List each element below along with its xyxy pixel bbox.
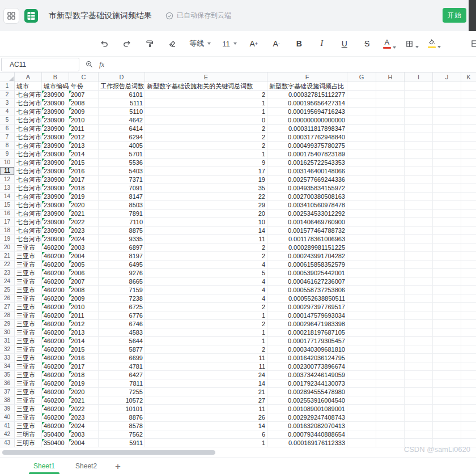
cell-B23[interactable]: 460200 bbox=[42, 269, 69, 277]
cell-I17[interactable] bbox=[405, 218, 433, 227]
cell-A4[interactable]: 七台河市 bbox=[15, 108, 42, 116]
row-header-43[interactable]: 43 bbox=[0, 439, 15, 447]
zoom-search-button[interactable] bbox=[85, 60, 94, 69]
cell-I37[interactable] bbox=[405, 388, 433, 396]
cell-H31[interactable] bbox=[376, 337, 405, 345]
cell-G34[interactable] bbox=[347, 362, 376, 371]
cell-G10[interactable] bbox=[347, 159, 376, 167]
fill-color-button[interactable] bbox=[428, 39, 441, 48]
cell-F12[interactable]: 0.002577669244336 bbox=[267, 176, 347, 184]
cell-J1[interactable] bbox=[433, 82, 461, 91]
cell-G2[interactable] bbox=[347, 91, 376, 99]
cell-J2[interactable] bbox=[433, 91, 461, 99]
cell-I32[interactable] bbox=[405, 345, 433, 354]
row-header-21[interactable]: 21 bbox=[0, 252, 15, 261]
cell-D13[interactable]: 7091 bbox=[99, 184, 145, 193]
row-header-34[interactable]: 34 bbox=[0, 362, 15, 371]
cell-I2[interactable] bbox=[405, 91, 433, 99]
cell-C19[interactable]: 2024 bbox=[69, 235, 99, 244]
cell-D15[interactable]: 8503 bbox=[99, 201, 145, 210]
cell-E14[interactable]: 22 bbox=[145, 193, 267, 201]
row-header-41[interactable]: 41 bbox=[0, 422, 15, 430]
cell-I3[interactable] bbox=[405, 99, 433, 108]
row-header-13[interactable]: 13 bbox=[0, 184, 15, 193]
cell-H6[interactable] bbox=[376, 125, 405, 133]
cell-I11[interactable] bbox=[405, 167, 433, 176]
cell-K25[interactable] bbox=[461, 286, 476, 294]
cell-A14[interactable]: 七台河市 bbox=[15, 193, 42, 201]
cell-F36[interactable]: 0.001792344130073 bbox=[267, 379, 347, 388]
cell-E19[interactable]: 11 bbox=[145, 235, 267, 244]
cell-I28[interactable] bbox=[405, 311, 433, 320]
cell-K11[interactable] bbox=[461, 167, 476, 176]
row-header-36[interactable]: 36 bbox=[0, 379, 15, 388]
cell-E43[interactable]: 1 bbox=[145, 439, 267, 447]
cell-G29[interactable] bbox=[347, 320, 376, 328]
cell-G22[interactable] bbox=[347, 261, 376, 269]
cell-A13[interactable]: 七台河市 bbox=[15, 184, 42, 193]
cell-D17[interactable]: 7110 bbox=[99, 218, 145, 227]
strikethrough-button[interactable]: S bbox=[360, 36, 374, 51]
cell-I12[interactable] bbox=[405, 176, 433, 184]
cell-I31[interactable] bbox=[405, 337, 433, 345]
cell-B21[interactable]: 460200 bbox=[42, 252, 69, 261]
cell-A37[interactable]: 三亚市 bbox=[15, 388, 42, 396]
cell-E1[interactable]: 新型数字基础设施相关的关键词总词数 bbox=[145, 82, 267, 91]
cell-J17[interactable] bbox=[433, 218, 461, 227]
cell-B12[interactable]: 230900 bbox=[42, 176, 69, 184]
cell-J6[interactable] bbox=[433, 125, 461, 133]
cell-G1[interactable] bbox=[347, 82, 376, 91]
cell-K2[interactable] bbox=[461, 91, 476, 99]
cell-I25[interactable] bbox=[405, 286, 433, 294]
cell-I29[interactable] bbox=[405, 320, 433, 328]
row-header-35[interactable]: 35 bbox=[0, 371, 15, 379]
row-header-14[interactable]: 14 bbox=[0, 193, 15, 201]
cell-G20[interactable] bbox=[347, 244, 376, 252]
cell-B20[interactable]: 460200 bbox=[42, 244, 69, 252]
cell-K27[interactable] bbox=[461, 303, 476, 311]
cell-D22[interactable]: 6495 bbox=[99, 261, 145, 269]
cell-D3[interactable]: 5111 bbox=[99, 99, 145, 108]
cell-G15[interactable] bbox=[347, 201, 376, 210]
document-title[interactable]: 市新型数字基础设施词频结果 bbox=[49, 11, 152, 21]
cell-J8[interactable] bbox=[433, 142, 461, 150]
cell-K16[interactable] bbox=[461, 210, 476, 218]
cell-A16[interactable]: 七台河市 bbox=[15, 210, 42, 218]
cell-C25[interactable]: 2008 bbox=[69, 286, 99, 294]
cell-G7[interactable] bbox=[347, 133, 376, 142]
cell-B13[interactable]: 230900 bbox=[42, 184, 69, 193]
row-header-22[interactable]: 22 bbox=[0, 261, 15, 269]
column-header-K[interactable]: K bbox=[461, 72, 476, 82]
row-header-16[interactable]: 16 bbox=[0, 210, 15, 218]
cell-A2[interactable]: 七台河市 bbox=[15, 91, 42, 99]
cell-B26[interactable]: 460200 bbox=[42, 294, 69, 303]
cell-H21[interactable] bbox=[376, 252, 405, 261]
cell-G21[interactable] bbox=[347, 252, 376, 261]
cell-E41[interactable]: 14 bbox=[145, 422, 267, 430]
cell-B31[interactable]: 460200 bbox=[42, 337, 69, 345]
cell-K36[interactable] bbox=[461, 379, 476, 388]
cell-B6[interactable]: 230900 bbox=[42, 125, 69, 133]
cell-A26[interactable]: 三亚市 bbox=[15, 294, 42, 303]
cell-B28[interactable]: 460200 bbox=[42, 311, 69, 320]
cell-K13[interactable] bbox=[461, 184, 476, 193]
cell-B32[interactable]: 460200 bbox=[42, 345, 69, 354]
cell-I30[interactable] bbox=[405, 328, 433, 337]
cell-G42[interactable] bbox=[347, 430, 376, 439]
cell-B29[interactable]: 460200 bbox=[42, 320, 69, 328]
cell-K37[interactable] bbox=[461, 388, 476, 396]
cell-E22[interactable]: 4 bbox=[145, 261, 267, 269]
column-header-G[interactable]: G bbox=[347, 72, 376, 82]
cell-A17[interactable]: 七台河市 bbox=[15, 218, 42, 227]
row-header-20[interactable]: 20 bbox=[0, 244, 15, 252]
cell-A19[interactable]: 七台河市 bbox=[15, 235, 42, 244]
cell-E5[interactable]: 0 bbox=[145, 116, 267, 125]
cell-H19[interactable] bbox=[376, 235, 405, 244]
cell-E42[interactable]: 6 bbox=[145, 430, 267, 439]
cell-B19[interactable]: 230900 bbox=[42, 235, 69, 244]
cell-H40[interactable] bbox=[376, 413, 405, 422]
fx-button[interactable]: fx bbox=[99, 60, 104, 69]
cell-G36[interactable] bbox=[347, 379, 376, 388]
row-header-24[interactable]: 24 bbox=[0, 277, 15, 286]
row-header-31[interactable]: 31 bbox=[0, 337, 15, 345]
